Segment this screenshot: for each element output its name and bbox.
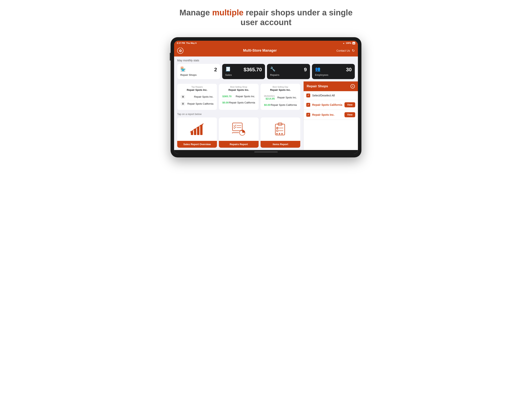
summary-col-repairs: Top Repairs Repair Spots Inc. 9 Repair S… <box>177 84 217 110</box>
best-day-date-1: 05/04/2021 <box>264 95 275 97</box>
svg-rect-16 <box>277 130 278 131</box>
repairs-report-icon-area <box>219 117 259 141</box>
ipad-screen: 8:37 PM Thu May 6 100% ■ ⏻ Multi-Store M… <box>174 41 358 154</box>
nav-left: ⏻ <box>177 48 184 54</box>
svg-rect-6 <box>233 123 242 131</box>
view-inc-button[interactable]: View <box>344 112 355 117</box>
summary-table: Top Repairs Repair Spots Inc. 9 Repair S… <box>177 84 300 110</box>
stat-value-employees: 30 <box>346 67 352 73</box>
best-day-shop-2: Repair Spots California <box>271 103 297 106</box>
add-shop-button[interactable]: + <box>350 84 355 89</box>
stat-icon-employees: 👥 <box>315 67 320 72</box>
right-panel: Repair Shops + ✓ Select/Deselect All ✓ R… <box>303 81 358 150</box>
nav-title: Multi-Store Manager <box>243 49 277 53</box>
ipad-frame: 8:37 PM Thu May 6 100% ■ ⏻ Multi-Store M… <box>171 37 361 157</box>
shop-name-1: Repair Spots Inc. <box>194 95 213 98</box>
items-report-icon-area: ★★★ <box>260 117 300 141</box>
stats-section: May monthly stats 🗓 🏪 2 Repair Shops <box>174 57 358 81</box>
select-all-row[interactable]: ✓ Select/Deselect All <box>304 91 358 100</box>
sales-report-card[interactable]: Sales Report Overview <box>177 117 217 148</box>
select-all-label: Select/Deselect All <box>312 94 335 97</box>
nav-bar: ⏻ Multi-Store Manager Contact Us ↻ <box>174 45 358 57</box>
best-day-amount-1: $214.95 <box>264 97 275 100</box>
table-row: 9 Repair Spots Inc. <box>180 93 215 100</box>
nav-right: Contact Us ↻ <box>336 49 355 53</box>
wifi-icon <box>343 42 345 44</box>
table-row: $0.00 Repair Spots California <box>263 102 298 108</box>
view-california-button[interactable]: View <box>344 102 355 107</box>
sales-report-label: Sales Report Overview <box>177 141 217 148</box>
summary-title-sales: Repair Spots Inc. <box>221 89 256 91</box>
items-report-card[interactable]: ★★★ Items Report <box>260 117 300 148</box>
stat-card-employees: 👥 30 Employees <box>312 64 355 79</box>
repairs-report-icon <box>231 121 247 137</box>
summary-header-repairs: Top Repairs <box>180 86 215 88</box>
summary-header-day: Best Selling Day <box>263 86 298 88</box>
summary-header-sales: Best Selling Shop <box>221 86 256 88</box>
stat-title-shops: Repair Shops <box>180 73 217 76</box>
items-report-icon: ★★★ <box>273 121 288 137</box>
headline-prefix: Manage <box>179 8 212 17</box>
sales-chart-icon <box>189 121 205 137</box>
home-bar <box>254 152 278 152</box>
best-day-amount-2: $0.00 <box>264 103 271 106</box>
stat-card-sales: 🧾 $365.70 Sales <box>222 64 265 79</box>
left-panel: Top Repairs Repair Spots Inc. 9 Repair S… <box>174 81 303 150</box>
items-report-label: Items Report <box>260 141 300 148</box>
power-icon: ⏻ <box>179 49 182 52</box>
table-row: 0 Repair Spots California <box>180 100 215 107</box>
status-bar: 8:37 PM Thu May 6 100% ■ <box>174 41 358 45</box>
contact-us-link[interactable]: Contact Us <box>336 49 350 52</box>
sales-amount-2: $0.00 <box>222 101 229 104</box>
best-day-shop-1: Repair Spots Inc. <box>277 96 297 99</box>
battery-icon: ■ <box>352 42 355 45</box>
report-cards: Sales Report Overview <box>177 117 300 148</box>
stat-icon-sales: 🧾 <box>225 67 231 72</box>
repair-shops-title: Repair Shops <box>307 84 328 88</box>
summary-title-repairs: Repair Spots Inc. <box>180 89 215 91</box>
repairs-report-label: Repairs Report <box>219 141 259 148</box>
stat-value-shops: 2 <box>214 67 217 73</box>
summary-col-day: Best Selling Day Repair Spots Inc. 05/04… <box>260 84 300 110</box>
sales-shop-1: Repair Spots Inc. <box>236 95 255 98</box>
home-indicator <box>174 150 358 154</box>
table-row: $0.00 Repair Spots California <box>221 100 256 106</box>
stat-title-repairs: Repairs <box>270 73 307 76</box>
stats-grid: 🏪 2 Repair Shops 🧾 $365.70 Sales <box>177 64 355 79</box>
stat-value-repairs: 9 <box>304 67 307 73</box>
repairs-report-card[interactable]: Repairs Report <box>219 117 259 148</box>
table-row: $365.70 Repair Spots Inc. <box>221 93 256 100</box>
svg-rect-2 <box>197 127 199 135</box>
repair-count-1: 9 <box>181 95 185 99</box>
table-row: 05/04/2021 $214.95 Repair Spots Inc. <box>263 93 298 102</box>
repair-count-2: 0 <box>181 102 185 106</box>
shop-row-inc[interactable]: ✓ Repair Spots Inc. View <box>304 110 358 120</box>
stat-value-sales: $365.70 <box>244 67 262 73</box>
sales-report-icon-area <box>177 117 217 141</box>
select-all-checkbox[interactable]: ✓ <box>306 94 310 97</box>
main-content: Top Repairs Repair Spots Inc. 9 Repair S… <box>174 81 358 150</box>
tap-label: Tap on a report below <box>177 113 300 116</box>
summary-col-sales: Best Selling Shop Repair Spots Inc. $365… <box>219 84 259 110</box>
stats-label: May monthly stats <box>177 59 355 62</box>
shop-checkbox-inc[interactable]: ✓ <box>306 113 310 117</box>
shop-checkbox-california[interactable]: ✓ <box>306 103 310 107</box>
summary-title-day: Repair Spots Inc. <box>263 89 298 91</box>
stat-title-sales: Sales <box>225 73 262 76</box>
headline-highlight: multiple <box>212 8 243 17</box>
stat-icon-shops: 🏪 <box>180 67 186 72</box>
sales-shop-2: Repair Spots California <box>229 101 255 104</box>
shop-name-california: Repair Spots California <box>312 103 342 106</box>
svg-rect-3 <box>200 125 203 135</box>
stat-icon-repairs: 🔧 <box>270 67 275 72</box>
page-headline: Manage multiple repair shops under a sin… <box>178 8 354 27</box>
ipad-side-button <box>170 53 171 61</box>
stat-card-repairs: 🔧 9 Repairs <box>267 64 310 79</box>
headline-suffix: repair shops under a single user account <box>241 8 352 27</box>
svg-marker-11 <box>232 132 233 134</box>
shop-row-california[interactable]: ✓ Repair Spots California View <box>304 100 358 110</box>
status-time: 8:37 PM Thu May 6 <box>177 42 197 44</box>
refresh-icon[interactable]: ↻ <box>352 49 355 53</box>
shop-name-2: Repair Spots California <box>187 102 213 105</box>
power-button[interactable]: ⏻ <box>177 48 184 54</box>
